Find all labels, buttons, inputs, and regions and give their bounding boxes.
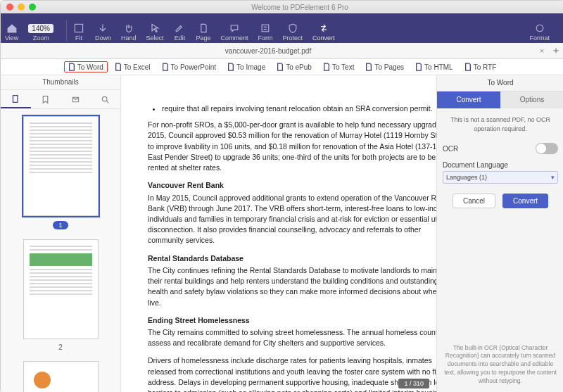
doc-icon bbox=[162, 63, 169, 71]
to-powerpoint-button[interactable]: To PowerPoint bbox=[158, 61, 220, 72]
to-rtf-button[interactable]: To RTF bbox=[460, 61, 501, 72]
doc-p4: The City remains committed to solving st… bbox=[148, 327, 436, 348]
select-button[interactable]: Select bbox=[146, 23, 163, 42]
ocr-hint: The built-in OCR (Optical Character Reco… bbox=[437, 344, 563, 392]
window-title: Welcome to PDFelement 6 Pro bbox=[36, 4, 563, 11]
zoom-value: 140% bbox=[28, 24, 53, 33]
convert-button[interactable]: Convert bbox=[312, 23, 335, 42]
hand-button[interactable]: Hand bbox=[121, 23, 137, 42]
thumbnail-page-2[interactable] bbox=[23, 239, 99, 339]
thumbnail-page-3[interactable] bbox=[23, 361, 99, 392]
doc-icon bbox=[277, 63, 284, 71]
thumbnails-tab-bookmarks[interactable] bbox=[31, 90, 61, 108]
minimize-window-icon[interactable] bbox=[18, 4, 25, 11]
svg-rect-0 bbox=[75, 24, 82, 32]
to-epub-button[interactable]: To ePub bbox=[272, 61, 316, 72]
view-label: View bbox=[5, 34, 18, 42]
doc-p3: The City continues refining the Rental S… bbox=[148, 265, 436, 308]
to-image-button[interactable]: To Image bbox=[223, 61, 270, 72]
doclang-label: Document Language bbox=[443, 161, 558, 169]
page-canvas: require that all repairs involving tenan… bbox=[121, 75, 436, 392]
format-button[interactable]: Format bbox=[529, 23, 550, 42]
to-excel-button[interactable]: To Excel bbox=[110, 61, 155, 72]
comment-button[interactable]: Comment bbox=[221, 23, 248, 42]
document-view[interactable]: require that all repairs involving tenan… bbox=[121, 75, 436, 392]
to-html-button[interactable]: To HTML bbox=[411, 61, 457, 72]
doc-icon bbox=[115, 63, 122, 71]
panel-message: This is not a scanned PDF, no OCR operat… bbox=[443, 115, 558, 133]
titlebar: Welcome to PDFelement 6 Pro bbox=[1, 1, 563, 13]
convert-panel: To Word Convert Options This is not a sc… bbox=[436, 75, 563, 392]
thumbnail-badge-1: 1 bbox=[53, 221, 68, 229]
thumbnails-tab-attachments[interactable] bbox=[61, 90, 91, 108]
ocr-label: OCR bbox=[443, 145, 458, 153]
panel-title: To Word bbox=[437, 75, 563, 91]
to-text-button[interactable]: To Text bbox=[319, 61, 359, 72]
doc-p1: For non-profit SROs, a $5,000-per-door g… bbox=[148, 120, 436, 173]
chevron-down-icon: ▾ bbox=[551, 174, 555, 181]
main-toolbar: View 140% Zoom Fit Down Hand Select Edit bbox=[1, 13, 563, 43]
doc-icon bbox=[68, 63, 75, 71]
convert-toolbar: To Word To Excel To PowerPoint To Image … bbox=[1, 59, 563, 75]
svg-rect-3 bbox=[13, 95, 18, 102]
convert-action-button[interactable]: Convert bbox=[502, 194, 548, 208]
to-word-button[interactable]: To Word bbox=[64, 61, 108, 72]
panel-tab-convert[interactable]: Convert bbox=[437, 91, 500, 108]
thumbnails-panel: Thumbnails 1 bbox=[1, 75, 121, 392]
edit-button[interactable]: Edit bbox=[173, 23, 186, 42]
svg-rect-1 bbox=[262, 25, 269, 32]
panel-tab-options[interactable]: Options bbox=[500, 91, 563, 108]
thumbnails-tabs bbox=[1, 90, 120, 109]
doc-icon bbox=[227, 63, 234, 71]
cancel-button[interactable]: Cancel bbox=[453, 194, 495, 208]
thumbnail-label-2: 2 bbox=[1, 343, 120, 351]
page-counter[interactable]: 1 / 310 bbox=[398, 379, 429, 388]
document-tabbar: vancouver-2016-budget.pdf × ＋ bbox=[1, 43, 563, 59]
doc-icon bbox=[415, 63, 422, 71]
doc-h4: Ending Street Homelessness bbox=[148, 315, 436, 326]
form-button[interactable]: Form bbox=[258, 23, 273, 42]
doc-h2: Vancouver Rent Bank bbox=[148, 180, 436, 191]
zoom-control[interactable]: 140% Zoom bbox=[28, 24, 53, 42]
panel-tabs: Convert Options bbox=[437, 91, 563, 108]
protect-button[interactable]: Protect bbox=[283, 23, 303, 42]
svg-point-2 bbox=[536, 25, 543, 32]
thumbnails-tab-pages[interactable] bbox=[1, 90, 31, 108]
doc-h3: Rental Standards Database bbox=[148, 253, 436, 264]
doc-p2: In May 2015, Council approved additional… bbox=[148, 193, 436, 246]
page-button[interactable]: Page bbox=[196, 23, 210, 42]
maximize-window-icon[interactable] bbox=[29, 4, 36, 11]
close-window-icon[interactable] bbox=[6, 4, 13, 11]
separator bbox=[66, 20, 67, 42]
language-select[interactable]: Languages (1) ▾ bbox=[443, 171, 558, 184]
doc-bullet: require that all repairs involving tenan… bbox=[162, 103, 436, 114]
zoom-label: Zoom bbox=[33, 34, 49, 42]
down-button[interactable]: Down bbox=[95, 23, 111, 42]
doc-p5: Drivers of homelessness include discharg… bbox=[148, 355, 436, 392]
thumbnails-header: Thumbnails bbox=[1, 75, 120, 90]
thumbnails-tab-search[interactable] bbox=[91, 90, 121, 108]
fit-button[interactable]: Fit bbox=[72, 23, 85, 42]
document-tab[interactable]: vancouver-2016-budget.pdf bbox=[1, 47, 536, 55]
doc-icon bbox=[365, 63, 372, 71]
doc-icon bbox=[323, 63, 330, 71]
svg-point-4 bbox=[103, 96, 108, 101]
thumbnail-page-1[interactable] bbox=[23, 116, 99, 216]
language-value: Languages (1) bbox=[446, 174, 487, 181]
ocr-toggle[interactable] bbox=[536, 143, 558, 154]
home-button[interactable]: View bbox=[5, 23, 18, 42]
new-tab-button[interactable]: ＋ bbox=[548, 44, 563, 57]
close-tab-icon[interactable]: × bbox=[536, 46, 548, 55]
to-pages-button[interactable]: To Pages bbox=[361, 61, 408, 72]
doc-icon bbox=[464, 63, 472, 71]
